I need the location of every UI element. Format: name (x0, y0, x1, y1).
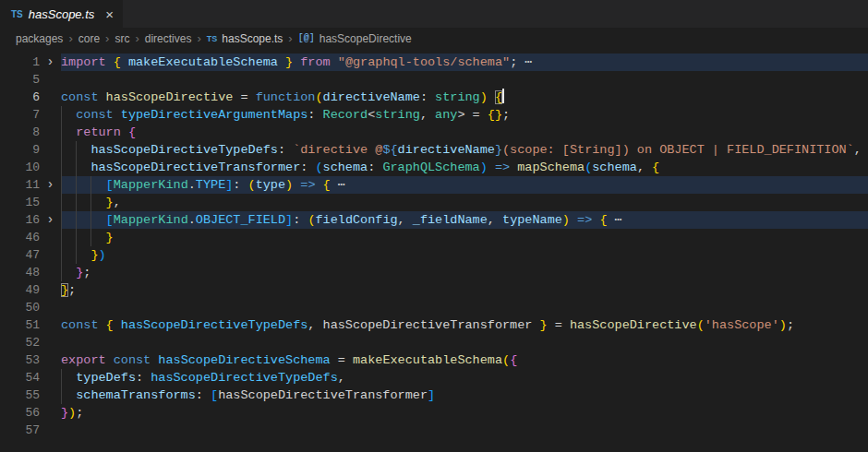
code-token: schema (592, 161, 637, 174)
code-token: hasScopeDirective (106, 90, 234, 104)
line-number[interactable]: 10 (0, 159, 40, 176)
breadcrumb-file[interactable]: hasScope.ts (222, 32, 283, 45)
code-token: directiveName (398, 143, 495, 157)
code-line[interactable]: 7 const typeDirectiveArgumentMaps: Recor… (0, 106, 868, 124)
line-number[interactable]: 57 (0, 422, 40, 439)
code-token: schemaTransforms (76, 388, 196, 402)
line-number[interactable]: 54 (0, 369, 40, 387)
line-number[interactable]: 48 (0, 264, 40, 281)
code-line[interactable]: 5 (0, 71, 868, 89)
fold-chevron-icon[interactable]: › (40, 54, 61, 71)
code-token: ) (480, 90, 488, 104)
code-token (488, 90, 495, 104)
line-number[interactable]: 53 (0, 351, 40, 369)
code-line[interactable]: 16› [MapperKind.OBJECT_FIELD]: (fieldCon… (0, 211, 868, 229)
breadcrumb-item[interactable]: core (78, 32, 100, 45)
code-token: : (233, 178, 247, 192)
line-number[interactable]: 7 (0, 106, 40, 124)
code-token: . (188, 178, 196, 192)
line-number[interactable]: 1 (0, 54, 40, 71)
line-number[interactable]: 47 (0, 246, 40, 264)
code-line[interactable]: 11› [MapperKind.TYPE]: (type) => { ⋯ (0, 176, 868, 194)
code-line[interactable]: 51const { hasScopeDirectiveTypeDefs, has… (0, 316, 868, 334)
code-line[interactable]: 53export const hasScopeDirectiveSchema =… (0, 351, 868, 369)
code-token: OBJECT_FIELD (196, 213, 285, 227)
code-token: , (307, 318, 322, 332)
indent-guide (76, 159, 77, 176)
indent-guide (61, 176, 62, 194)
fold-gutter (40, 316, 61, 334)
code-line[interactable]: 50 (0, 299, 868, 316)
code-line-content (61, 422, 868, 439)
line-number[interactable]: 5 (0, 71, 40, 89)
code-token (61, 196, 106, 209)
fold-gutter (40, 229, 61, 246)
code-token: > (457, 108, 464, 122)
code-token: {} (488, 108, 502, 122)
code-token: type (256, 178, 285, 192)
code-token: hasScopeDirectiveTypeDefs (151, 371, 338, 385)
fold-chevron-icon[interactable]: › (40, 176, 61, 194)
line-number[interactable]: 9 (0, 141, 40, 159)
code-token: { (114, 55, 128, 69)
line-number[interactable]: 6 (0, 89, 40, 106)
code-line[interactable]: 1›import { makeExecutableSchema } from "… (0, 54, 868, 71)
breadcrumb-item[interactable]: packages (16, 32, 63, 45)
code-line[interactable]: 57 (0, 422, 868, 439)
line-number[interactable]: 8 (0, 124, 40, 141)
code-token: "@graphql-tools/schema" (338, 55, 510, 69)
code-token: hasScopeDirectiveTypeDefs (90, 143, 278, 157)
code-token: hasScopeDirective (570, 318, 697, 332)
line-number[interactable]: 11 (0, 176, 40, 194)
line-number[interactable]: 15 (0, 194, 40, 211)
code-line[interactable]: 46 } (0, 229, 868, 246)
code-line[interactable]: 48 }; (0, 264, 868, 281)
code-token: TYPE (196, 178, 225, 192)
code-line[interactable]: 8 return { (0, 124, 868, 141)
line-number[interactable]: 56 (0, 404, 40, 422)
code-token (61, 371, 76, 385)
code-token (61, 108, 76, 122)
code-token: , (854, 143, 862, 157)
fold-chevron-icon[interactable]: › (40, 211, 61, 229)
code-token: string (375, 108, 420, 122)
breadcrumb-item[interactable]: src (115, 32, 129, 45)
code-line[interactable]: 56}); (0, 404, 868, 422)
code-line[interactable]: 9 hasScopeDirectiveTypeDefs: `directive … (0, 141, 868, 159)
code-token: , (338, 371, 345, 385)
code-token: ) (779, 318, 787, 332)
tab-hasscope[interactable]: TS hasScope.ts × (0, 0, 123, 28)
code-token: ⋯ (331, 178, 345, 192)
indent-guide (76, 246, 77, 264)
code-line-content: const hasScopeDirective = function(direc… (61, 89, 868, 106)
code-line[interactable]: 55 schemaTransforms: [hasScopeDirectiveT… (0, 387, 868, 404)
code-token: typeDefs (76, 371, 136, 385)
line-number[interactable]: 55 (0, 387, 40, 404)
fold-gutter (40, 159, 61, 176)
code-token: ) (285, 178, 293, 192)
indent-guide (61, 229, 62, 246)
breadcrumb-symbol[interactable]: hasScopeDirective (319, 32, 412, 45)
code-token: : (196, 388, 211, 402)
code-token: { (510, 353, 517, 367)
line-number[interactable]: 49 (0, 281, 40, 299)
line-number[interactable]: 16 (0, 211, 40, 229)
code-token: ; (83, 266, 90, 280)
fold-gutter (40, 124, 61, 141)
fold-gutter (40, 351, 61, 369)
code-line[interactable]: 54 typeDefs: hasScopeDirectiveTypeDefs, (0, 369, 868, 387)
close-icon[interactable]: × (105, 7, 114, 21)
code-line[interactable]: 15 }, (0, 194, 868, 211)
line-number[interactable]: 52 (0, 334, 40, 351)
code-line[interactable]: 10 hasScopeDirectiveTransformer: (schema… (0, 159, 868, 176)
code-line[interactable]: 52 (0, 334, 868, 351)
code-line[interactable]: 49}; (0, 281, 868, 299)
code-token: , (114, 196, 121, 209)
breadcrumb-item[interactable]: directives (145, 32, 192, 45)
line-number[interactable]: 51 (0, 316, 40, 334)
line-number[interactable]: 50 (0, 299, 40, 316)
line-number[interactable]: 46 (0, 229, 40, 246)
code-line[interactable]: 6const hasScopeDirective = function(dire… (0, 89, 868, 106)
code-line[interactable]: 47 }) (0, 246, 868, 264)
code-token: : (420, 90, 435, 104)
